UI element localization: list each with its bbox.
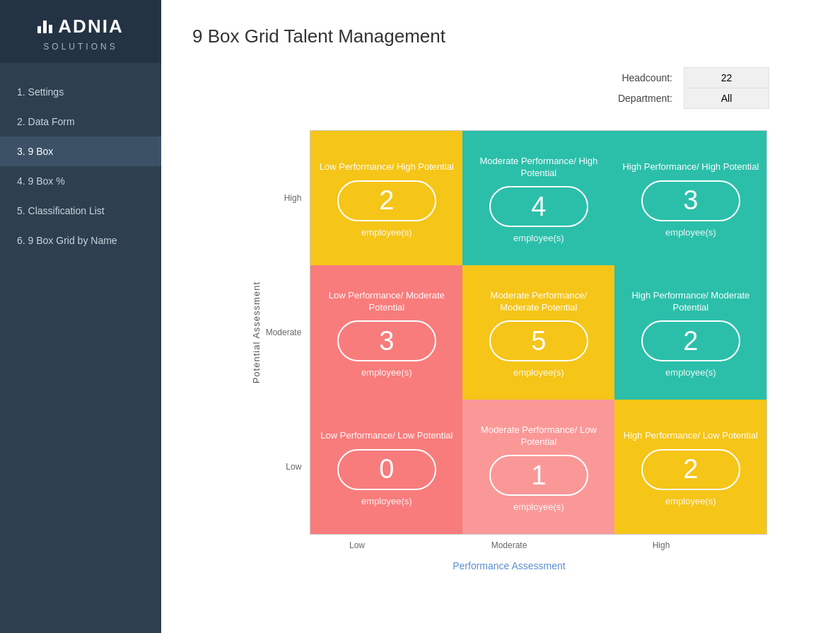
box-employees-r3-c3: employee(s) — [665, 496, 716, 506]
box-count-r3-c3: 2 — [683, 454, 698, 484]
stats-table: Headcount: 22 Department: All — [607, 67, 769, 109]
box-title-r2-c2: Moderate Performance/ Moderate Potential — [469, 290, 607, 314]
box-employees-r2-c2: employee(s) — [513, 367, 564, 378]
box-title-r3-c3: High Performance/ Low Potential — [624, 430, 758, 442]
logo-bar-1 — [37, 26, 41, 33]
box-r1-c1[interactable]: Low Performance/ High Potential2employee… — [310, 131, 462, 265]
box-pill-r2-c1: 3 — [337, 320, 436, 361]
sidebar-item-classification-list[interactable]: 5. Classification List — [0, 196, 161, 226]
x-axis-label: Performance Assessment — [453, 560, 566, 571]
box-pill-r2-c3: 2 — [641, 320, 740, 361]
sidebar-item-9box-name[interactable]: 6. 9 Box Grid by Name — [0, 226, 161, 255]
sidebar-item-data-form[interactable]: 2. Data Form — [0, 107, 161, 137]
department-value: All — [684, 88, 769, 109]
logo-bar-2 — [43, 21, 47, 33]
y-tick-low: Low — [266, 400, 305, 534]
box-title-r2-c1: Low Performance/ Moderate Potential — [317, 290, 455, 314]
box-title-r1-c3: High Performance/ High Potential — [622, 161, 759, 173]
department-label: Department: — [607, 88, 684, 109]
box-count-r1-c1: 2 — [379, 185, 394, 216]
box-employees-r3-c1: employee(s) — [361, 496, 412, 506]
box-employees-r2-c1: employee(s) — [361, 367, 412, 378]
x-tick-high: High — [585, 540, 737, 550]
box-pill-r3-c1: 0 — [337, 449, 436, 490]
sidebar-item-9box-pct[interactable]: 4. 9 Box % — [0, 166, 161, 196]
box-r3-c3[interactable]: High Performance/ Low Potential2employee… — [614, 400, 766, 534]
box-title-r1-c1: Low Performance/ High Potential — [320, 161, 454, 173]
box-title-r3-c2: Moderate Performance/ Low Potential — [469, 424, 607, 448]
box-employees-r3-c2: employee(s) — [513, 501, 564, 512]
page-title: 9 Box Grid Talent Management — [192, 25, 812, 47]
box-r2-c3[interactable]: High Performance/ Moderate Potential2emp… — [614, 265, 766, 400]
box-count-r1-c3: 3 — [683, 185, 698, 216]
grid-with-axes: Potential Assessment High Moderate Low L… — [251, 130, 768, 535]
sidebar-item-settings[interactable]: 1. Settings — [0, 77, 161, 107]
logo-name: ADNIA — [58, 16, 123, 37]
box-count-r1-c2: 4 — [531, 192, 546, 222]
y-tick-moderate: Moderate — [266, 265, 305, 400]
logo-subtitle: SOLUTIONS — [43, 42, 117, 52]
main-content: 9 Box Grid Talent Management Headcount: … — [161, 0, 840, 633]
sidebar-item-9box[interactable]: 3. 9 Box — [0, 137, 161, 166]
logo-bar-3 — [49, 25, 52, 33]
box-r3-c1[interactable]: Low Performance/ Low Potential0employee(… — [310, 400, 462, 534]
y-tick-labels: High Moderate Low — [266, 131, 305, 534]
box-pill-r3-c3: 2 — [641, 449, 740, 490]
grid-wrapper: Potential Assessment High Moderate Low L… — [206, 130, 812, 571]
box-pill-r1-c2: 4 — [489, 186, 588, 227]
box-count-r2-c1: 3 — [379, 326, 394, 356]
box-r1-c3[interactable]: High Performance/ High Potential3employe… — [614, 131, 766, 265]
y-tick-high: High — [266, 131, 305, 265]
x-tick-low: Low — [281, 540, 433, 550]
headcount-value: 22 — [684, 68, 769, 88]
box-pill-r3-c2: 1 — [489, 455, 588, 496]
x-tick-labels: Low Moderate High — [281, 540, 737, 550]
sidebar-nav: 1. Settings 2. Data Form 3. 9 Box 4. 9 B… — [0, 77, 161, 255]
logo-icon: ADNIA — [37, 16, 123, 37]
box-employees-r1-c2: employee(s) — [513, 233, 564, 243]
box-count-r3-c1: 0 — [379, 454, 394, 484]
box-employees-r1-c1: employee(s) — [361, 227, 412, 238]
nine-box-grid: Low Performance/ High Potential2employee… — [310, 130, 767, 535]
box-employees-r1-c3: employee(s) — [665, 227, 716, 238]
logo-area: ADNIA SOLUTIONS — [0, 0, 161, 63]
box-title-r2-c3: High Performance/ Moderate Potential — [622, 290, 759, 314]
sidebar: ADNIA SOLUTIONS 1. Settings 2. Data Form… — [0, 0, 161, 633]
box-title-r3-c1: Low Performance/ Low Potential — [320, 430, 453, 442]
box-r2-c2[interactable]: Moderate Performance/ Moderate Potential… — [462, 265, 614, 400]
headcount-label: Headcount: — [607, 68, 684, 88]
x-tick-moderate: Moderate — [433, 540, 585, 550]
box-count-r2-c3: 2 — [683, 326, 698, 356]
box-pill-r1-c3: 3 — [641, 180, 740, 221]
y-axis-label-outer: Potential Assessment — [251, 131, 262, 534]
logo-bars — [37, 21, 52, 33]
box-pill-r1-c1: 2 — [337, 180, 436, 221]
box-title-r1-c2: Moderate Performance/ High Potential — [469, 156, 607, 180]
y-axis-label: Potential Assessment — [251, 281, 262, 383]
box-pill-r2-c2: 5 — [489, 320, 588, 361]
box-r3-c2[interactable]: Moderate Performance/ Low Potential1empl… — [462, 400, 614, 534]
box-employees-r2-c3: employee(s) — [665, 367, 716, 378]
box-r2-c1[interactable]: Low Performance/ Moderate Potential3empl… — [310, 265, 462, 400]
box-count-r2-c2: 5 — [531, 326, 546, 356]
box-r1-c2[interactable]: Moderate Performance/ High Potential4emp… — [462, 131, 614, 265]
box-count-r3-c2: 1 — [531, 460, 546, 491]
